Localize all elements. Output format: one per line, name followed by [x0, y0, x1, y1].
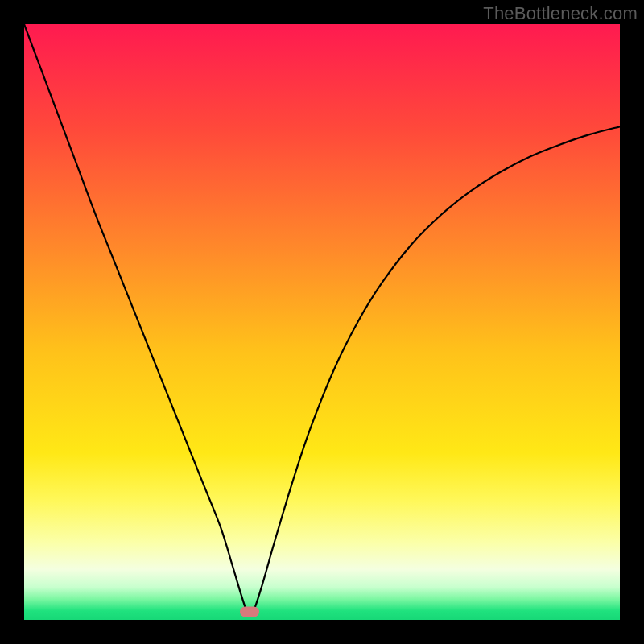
svg-rect-0 — [24, 24, 620, 620]
optimum-marker — [240, 606, 259, 617]
plot-area — [24, 24, 620, 620]
background-gradient — [24, 24, 620, 620]
chart-frame: TheBottleneck.com — [0, 0, 644, 644]
watermark-text: TheBottleneck.com — [483, 3, 638, 24]
